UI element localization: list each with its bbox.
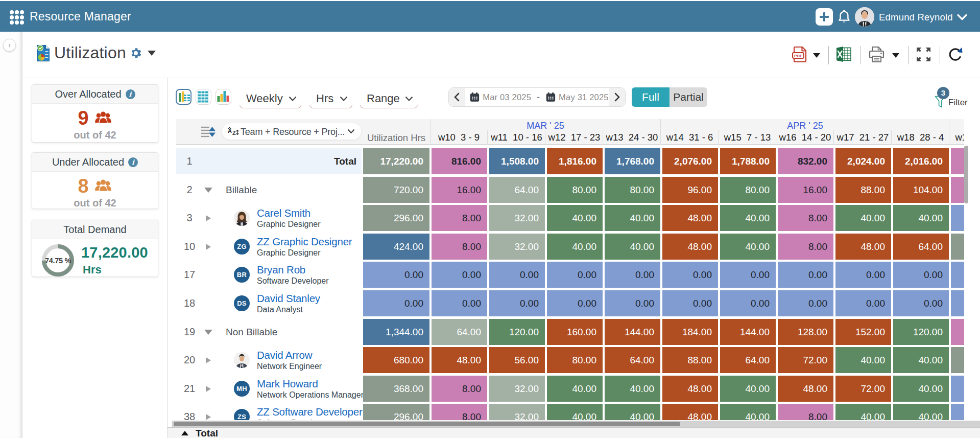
group-label[interactable]: Billable bbox=[226, 177, 257, 203]
utilization-cell[interactable]: 0.00 bbox=[835, 262, 891, 288]
row-expand-icon[interactable] bbox=[206, 386, 211, 392]
utilization-cell[interactable]: 72.00 bbox=[835, 376, 891, 402]
week-header[interactable]: w14 31 - 6 bbox=[661, 132, 718, 145]
resource-avatar[interactable]: MH bbox=[234, 381, 250, 397]
utilization-cell[interactable]: 40.00 bbox=[835, 347, 891, 373]
utilization-cell[interactable]: 0.00 bbox=[432, 262, 487, 288]
grouping-select[interactable]: A Z Team + Resource + Proj... bbox=[222, 123, 362, 140]
week-header[interactable]: w19 5 - 11 bbox=[950, 132, 964, 145]
grid-row-header[interactable]: 3Carel SmithGraphic Designer bbox=[176, 205, 362, 231]
utilization-cell[interactable] bbox=[951, 177, 964, 203]
utilization-cell[interactable] bbox=[951, 205, 964, 231]
utilization-cell[interactable] bbox=[951, 347, 964, 373]
user-name[interactable]: Edmund Reynold bbox=[879, 12, 953, 23]
utilization-cell[interactable]: 296.00 bbox=[363, 404, 429, 420]
utilization-cell[interactable]: 160.00 bbox=[547, 319, 603, 345]
utilization-cell[interactable]: 120.00 bbox=[489, 319, 545, 345]
week-header[interactable]: w18 28 - 4 bbox=[892, 132, 949, 145]
add-button[interactable] bbox=[816, 8, 833, 26]
utilization-cell[interactable]: 8.00 bbox=[778, 205, 833, 231]
utilization-cell[interactable]: 40.00 bbox=[547, 376, 603, 402]
utilization-cell[interactable]: 40.00 bbox=[720, 376, 776, 402]
view-toggle-chart[interactable] bbox=[216, 89, 231, 105]
utilization-cell[interactable]: 80.00 bbox=[547, 177, 603, 203]
resource-name-link[interactable]: Mark Howard bbox=[257, 378, 318, 390]
user-avatar[interactable] bbox=[855, 7, 874, 27]
utilization-cell[interactable]: 64.00 bbox=[489, 177, 545, 203]
utilization-cell[interactable]: 40.00 bbox=[547, 404, 603, 420]
utilization-cell[interactable] bbox=[951, 148, 964, 174]
utilization-cell[interactable]: 40.00 bbox=[893, 347, 949, 373]
utilization-cell[interactable]: 40.00 bbox=[720, 205, 776, 231]
info-icon[interactable]: i bbox=[128, 157, 138, 167]
utilization-cell[interactable]: 8.00 bbox=[432, 404, 487, 420]
utilization-cell[interactable]: 32.00 bbox=[489, 234, 545, 260]
row-collapse-icon[interactable] bbox=[204, 188, 212, 193]
utilization-cell[interactable]: 2,016.00 bbox=[893, 148, 949, 174]
resource-name-link[interactable]: Carel Smith bbox=[257, 207, 310, 219]
utilization-cell[interactable]: 0.00 bbox=[662, 290, 718, 316]
utilization-cell[interactable]: 184.00 bbox=[662, 319, 718, 345]
utilization-cell[interactable]: 1,508.00 bbox=[489, 148, 545, 174]
utilization-cell[interactable]: 368.00 bbox=[363, 376, 429, 402]
utilization-cell[interactable] bbox=[951, 262, 964, 288]
utilization-cell[interactable]: 144.00 bbox=[605, 319, 660, 345]
fullscreen-icon[interactable] bbox=[915, 46, 932, 65]
resource-avatar[interactable] bbox=[234, 210, 250, 226]
utilization-cell[interactable]: 64.00 bbox=[432, 319, 487, 345]
utilization-cell[interactable]: 96.00 bbox=[662, 177, 718, 203]
utilization-cell[interactable]: 40.00 bbox=[547, 205, 603, 231]
utilization-cell[interactable]: 8.00 bbox=[432, 205, 487, 231]
week-header[interactable]: w10 3 - 9 bbox=[431, 132, 487, 145]
utilization-cell[interactable]: 80.00 bbox=[547, 347, 603, 373]
print-icon[interactable] bbox=[866, 46, 887, 65]
utilization-cell[interactable]: 0.00 bbox=[547, 290, 603, 316]
utilization-cell[interactable]: 64.00 bbox=[605, 347, 660, 373]
resource-name-link[interactable]: David Arrow bbox=[257, 349, 312, 361]
resource-avatar[interactable]: ZG bbox=[234, 239, 250, 255]
utilization-cell[interactable]: 16.00 bbox=[778, 177, 833, 203]
utilization-cell[interactable]: 0.00 bbox=[778, 290, 833, 316]
utilization-cell[interactable]: 40.00 bbox=[547, 234, 603, 260]
row-expand-icon[interactable] bbox=[206, 215, 211, 221]
utilization-cell[interactable]: 0.00 bbox=[605, 290, 660, 316]
toggle-full[interactable]: Full bbox=[632, 87, 670, 107]
refresh-icon[interactable] bbox=[947, 46, 964, 65]
date-to[interactable]: May 31 2025 bbox=[559, 93, 609, 102]
group-label[interactable]: Non Billable bbox=[226, 319, 277, 345]
utilization-cell[interactable]: 48.00 bbox=[662, 234, 718, 260]
utilization-cell[interactable]: 56.00 bbox=[489, 347, 545, 373]
utilization-cell[interactable]: 80.00 bbox=[720, 177, 776, 203]
utilization-cell[interactable]: 32.00 bbox=[489, 205, 545, 231]
grid-row-header[interactable]: 18DSDavid StanleyData Analyst bbox=[176, 290, 362, 316]
utilization-cell[interactable]: 0.00 bbox=[489, 262, 545, 288]
utilization-cell[interactable]: 104.00 bbox=[893, 177, 949, 203]
unit-select[interactable]: Hrs bbox=[309, 91, 352, 108]
utilization-cell[interactable]: 1,788.00 bbox=[720, 148, 776, 174]
utilization-cell[interactable]: 64.00 bbox=[893, 234, 949, 260]
export-excel-icon[interactable] bbox=[835, 46, 852, 64]
utilization-cell[interactable] bbox=[951, 290, 964, 316]
sort-rows-icon[interactable] bbox=[201, 126, 216, 140]
utilization-cell[interactable]: 0.00 bbox=[893, 262, 949, 288]
utilization-cell[interactable]: 152.00 bbox=[835, 319, 891, 345]
utilization-cell[interactable]: 1,344.00 bbox=[363, 319, 429, 345]
utilization-cell[interactable]: 2,024.00 bbox=[835, 148, 891, 174]
info-icon[interactable]: i bbox=[126, 89, 135, 99]
notifications-bell-icon[interactable] bbox=[836, 9, 852, 27]
resource-avatar[interactable] bbox=[234, 352, 250, 368]
week-header[interactable]: w16 14 - 20 bbox=[777, 132, 833, 145]
row-expand-icon[interactable] bbox=[206, 244, 211, 250]
grid-row-header[interactable]: 38ZSZZ Software DeveloperSoftware Develo… bbox=[176, 404, 362, 420]
row-expand-icon[interactable] bbox=[206, 414, 211, 420]
resource-name-link[interactable]: ZZ Graphic Designer bbox=[257, 236, 352, 248]
horizontal-scrollbar[interactable] bbox=[172, 421, 980, 427]
utilization-cell[interactable]: 40.00 bbox=[720, 234, 776, 260]
utilization-cell[interactable]: 40.00 bbox=[835, 205, 891, 231]
utilization-cell[interactable]: 0.00 bbox=[547, 262, 603, 288]
resource-name-link[interactable]: Bryan Rob bbox=[257, 264, 305, 276]
utilization-cell[interactable] bbox=[951, 234, 964, 260]
utilization-cell[interactable]: 48.00 bbox=[662, 376, 718, 402]
utilization-cell[interactable]: 128.00 bbox=[778, 319, 833, 345]
utilization-cell[interactable]: 0.00 bbox=[605, 262, 660, 288]
